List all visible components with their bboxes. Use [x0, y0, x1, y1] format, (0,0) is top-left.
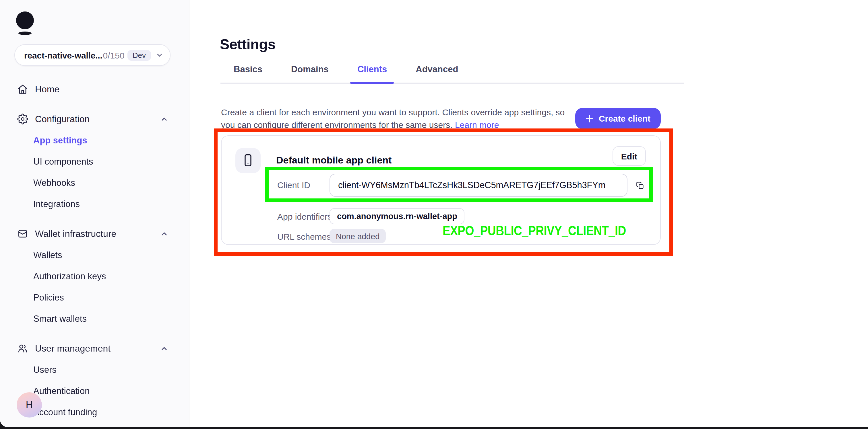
url-schemes-label: URL schemes	[277, 232, 331, 241]
env-badge: Dev	[127, 50, 151, 61]
main-content: Settings Basics Domains Clients Advanced…	[189, 0, 868, 427]
sidebar-nav: Home Configuration App settings	[0, 78, 189, 427]
sidebar-item-wallet-infrastructure[interactable]: Wallet infrastructure	[0, 223, 189, 244]
sidebar-item-global-wallet[interactable]: Global wallet	[0, 423, 189, 427]
sidebar-item-configuration[interactable]: Configuration	[0, 108, 189, 130]
app-identifier-badge: com.anonymous.rn-wallet-app	[330, 208, 465, 224]
sidebar-item-app-settings[interactable]: App settings	[0, 130, 189, 151]
clients-header-row: Create a client for each environment you…	[221, 98, 661, 139]
privy-dashboard-window: react-native-walle... 0/150 Dev Home	[0, 0, 868, 427]
client-id-input[interactable]	[330, 174, 627, 197]
sidebar-item-label: Wallet infrastructure	[35, 229, 116, 239]
settings-tabs: Basics Domains Clients Advanced	[220, 64, 684, 84]
sidebar-item-policies[interactable]: Policies	[0, 287, 189, 308]
sidebar-item-authorization-keys[interactable]: Authorization keys	[0, 266, 189, 287]
sidebar-item-ui-components[interactable]: UI components	[0, 151, 189, 172]
sidebar: react-native-walle... 0/150 Dev Home	[0, 0, 189, 427]
sidebar-item-home[interactable]: Home	[0, 78, 189, 100]
privy-logo-icon	[16, 11, 34, 35]
page-title: Settings	[220, 36, 276, 53]
wallet-icon	[17, 228, 29, 239]
client-id-label: Client ID	[277, 180, 310, 190]
chevron-down-icon	[156, 52, 163, 59]
sidebar-item-label: User management	[35, 343, 111, 354]
home-icon	[17, 84, 29, 95]
edit-button[interactable]: Edit	[613, 146, 646, 166]
users-icon	[17, 343, 29, 354]
clients-description: Create a client for each environment you…	[221, 106, 574, 131]
chevron-up-icon	[161, 116, 167, 123]
sidebar-item-users[interactable]: Users	[0, 359, 189, 380]
mobile-phone-icon	[236, 148, 260, 173]
tab-clients[interactable]: Clients	[358, 64, 387, 82]
tab-domains[interactable]: Domains	[291, 64, 329, 82]
tab-basics[interactable]: Basics	[234, 64, 262, 82]
sidebar-item-user-management[interactable]: User management	[0, 338, 189, 359]
sidebar-item-webhooks[interactable]: Webhooks	[0, 172, 189, 193]
sidebar-item-integrations[interactable]: Integrations	[0, 193, 189, 214]
project-name: react-native-walle...	[24, 50, 102, 60]
chevron-up-icon	[161, 230, 167, 237]
create-client-button[interactable]: Create client	[575, 108, 661, 129]
learn-more-link[interactable]: Learn more	[455, 120, 499, 129]
sidebar-item-wallets[interactable]: Wallets	[0, 244, 189, 266]
sidebar-item-label: Home	[35, 84, 59, 94]
gear-icon	[17, 113, 29, 125]
client-card-title: Default mobile app client	[276, 155, 392, 166]
screen: react-native-walle... 0/150 Dev Home	[0, 0, 868, 429]
project-usage: 0/150	[103, 50, 125, 60]
project-selector[interactable]: react-native-walle... 0/150 Dev	[14, 44, 170, 66]
annotation-env-var-label: EXPO_PUBLIC_PRIVY_CLIENT_ID	[443, 223, 626, 239]
app-identifiers-label: App identifiers	[277, 211, 332, 221]
chevron-up-icon	[161, 345, 167, 352]
sidebar-item-label: Configuration	[35, 114, 90, 124]
tab-advanced[interactable]: Advanced	[415, 64, 458, 82]
sidebar-item-smart-wallets[interactable]: Smart wallets	[0, 308, 189, 329]
url-schemes-badge: None added	[330, 229, 386, 243]
user-avatar[interactable]: H	[17, 392, 42, 418]
copy-icon[interactable]	[632, 178, 648, 193]
plus-icon	[586, 114, 594, 123]
